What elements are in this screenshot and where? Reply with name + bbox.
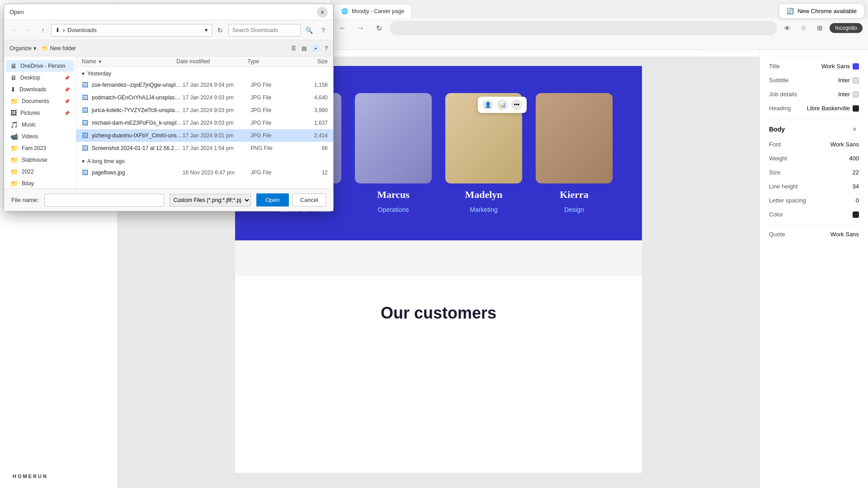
color-dot[interactable] [853,211,859,218]
title-value: Work Sans [821,63,859,70]
heading-color-dot[interactable] [853,105,859,112]
letter-spacing-row: Letter spacing 0 [769,197,859,204]
jpg-icon-6: 🖼 [82,169,88,176]
png-icon: 🖼 [82,145,88,152]
subtitle-color-dot[interactable] [853,77,859,84]
chrome-reload-btn[interactable]: ↻ [372,21,386,35]
new-folder-btn[interactable]: 📁 New folder [42,45,76,52]
right-panel: Background color Title Work Sans Subtitl… [760,32,868,488]
chrome-back-btn[interactable]: ← [335,21,350,35]
new-folder-icon: 📁 [42,45,48,52]
file-name-jurica: jurica-koletic-7YVZYZelTc8-unsplash.jpg [92,107,183,113]
sidebar-downloads[interactable]: ⬇ Downloads 📌 [6,84,74,95]
sidebar-bday[interactable]: 📁 Bday [6,178,74,188]
dialog-forward-btn[interactable]: → [22,24,35,37]
address-icon: ⬇ [55,27,60,33]
file-row-pageflows[interactable]: 🖼 pageflows.jpg 16 Nov 2023 6:47 pm JPG … [76,166,333,179]
kierra-img [536,93,613,183]
title-color-dot[interactable] [853,63,859,70]
dialog-up-btn[interactable]: ↑ [37,24,49,37]
bday-icon: 📁 [10,180,18,187]
file-name-zoe: zoe-fernandez--zqoE7jnQgw-unsplash.jpg [92,82,183,88]
file-row-yizheng[interactable]: 🖼 yizheng-duanmu-tXFbY_CimhI-unsplash.j.… [76,129,333,142]
address-text: › [63,27,65,33]
overlay-chart-icon[interactable]: 📊 [497,99,508,110]
group-arrow[interactable]: ▾ [82,70,85,77]
chrome-address-bar[interactable] [390,21,777,35]
view-toggle-btn[interactable]: ☰ [291,45,296,52]
subtitle-label: Subtitle [769,77,788,84]
overlay-user-icon[interactable]: 👤 [482,99,493,110]
file-name-podmatch: podmatch-GEnCnYhA1J4-unsplash.jpg [92,94,183,101]
view-tiles-btn[interactable]: ▪ [312,44,319,52]
file-type-screenshot: PNG File [250,145,296,151]
file-row-screenshot[interactable]: 🖼 Screenshot 2024-01-17 at 12.56.20 PM.p… [76,142,333,155]
videos-label: Videos [22,133,38,140]
address-dropdown[interactable]: ▾ [205,27,208,33]
chrome-eye-icon[interactable]: 👁 [781,22,793,34]
job-details-color-dot[interactable] [853,91,859,98]
chrome-tab-icon: 🌐 [341,8,348,14]
dialog-title: Open [9,9,313,15]
body-close-btn[interactable]: × [850,125,859,134]
col-size[interactable]: Size [295,58,328,65]
dialog-bottom-bar: File name: Custom Files (*.png;*.jfif;*.… [4,188,333,211]
dialog-search-btn[interactable]: 🔍 [302,24,315,37]
sidebar-desktop[interactable]: 🖥 Desktop 📌 [6,72,74,84]
dialog-close-button[interactable]: × [317,7,328,18]
sidebar-onedrive[interactable]: 🖥 OneDrive - Person [6,60,74,72]
sidebar-documents[interactable]: 📁 Documents 📌 [6,95,74,107]
color-row: Color [769,211,859,218]
team-card-madelyn: 👤 📊 ••• Madelyn Marketing [445,93,522,213]
sidebar-2022[interactable]: 📁 2022 [6,166,74,178]
dialog-open-btn[interactable]: Open [256,193,289,206]
dialog-search-input[interactable] [228,24,301,37]
file-row-podmatch[interactable]: 🖼 podmatch-GEnCnYhA1J4-unsplash.jpg 17 J… [76,91,333,104]
job-details-label: Job details [769,91,797,98]
view-help-btn[interactable]: ? [325,45,328,52]
sidebar-music[interactable]: 🎵 Music [6,119,74,131]
sidebar-fam2023[interactable]: 📁 Fam 2023 [6,142,74,154]
sidebar-slabhouse[interactable]: 📁 Slabhouse [6,154,74,166]
col-name[interactable]: Name ▼ [82,58,176,65]
line-height-label: Line height [769,183,798,190]
organize-btn[interactable]: Organize ▾ [9,45,36,52]
dialog-sidebar: 🖥 OneDrive - Person 🖥 Desktop 📌 ⬇ Downlo… [4,56,76,188]
downloads-icon: ⬇ [10,86,16,93]
dialog-action-buttons: Open Cancel [256,193,326,206]
dialog-back-btn[interactable]: ← [8,24,20,37]
line-height-value: 34 [853,183,859,190]
pictures-icon: 🖼 [10,109,17,117]
filename-input[interactable] [44,194,164,206]
chrome-forward-btn[interactable]: → [354,21,368,35]
dialog-help-btn[interactable]: ? [317,24,330,37]
col-type[interactable]: Type [247,58,295,65]
file-row-jurica[interactable]: 🖼 jurica-koletic-7YVZYZelTc8-unsplash.jp… [76,104,333,117]
sidebar-pictures[interactable]: 🖼 Pictures 📌 [6,107,74,119]
filetype-select[interactable]: Custom Files (*.png;*.jfif;*.pjpeg [170,194,251,206]
dialog-cancel-btn[interactable]: Cancel [292,193,326,206]
file-row-michael[interactable]: 🖼 michael-dam-mEZ3PoFGs_k-unsplash.jpg 1… [76,117,333,129]
jpg-icon-3: 🖼 [82,107,88,114]
dialog-refresh-btn[interactable]: ↻ [214,24,226,37]
title-row: Title Work Sans [769,63,859,70]
documents-pin: 📌 [64,99,70,104]
size-label: Size [769,169,780,176]
job-details-font: Inter [838,91,850,98]
col-date[interactable]: Date modified [176,58,247,65]
chrome-star-icon[interactable]: ☆ [797,22,810,34]
chrome-grid-icon[interactable]: ⊞ [813,22,826,34]
sidebar-videos[interactable]: 📹 Videos [6,131,74,142]
file-row-zoe[interactable]: 🖼 zoe-fernandez--zqoE7jnQgw-unsplash.jpg… [76,79,333,91]
marcus-photo [355,93,432,183]
kierra-photo[interactable] [536,93,613,183]
file-size-jurica: 3,980 [296,107,328,113]
group-arrow-2[interactable]: ▾ [82,158,85,164]
dialog-address-bar[interactable]: ⬇ › Downloads ▾ [51,24,212,37]
customers-title: Our customers [262,304,615,323]
chrome-tab[interactable]: 🌐 Moodjy - Career page [334,4,412,18]
2022-icon: 📁 [10,168,18,175]
chrome-notif[interactable]: 🔄 New Chrome available [779,4,864,19]
view-list-btn[interactable]: ▤ [302,45,307,52]
overlay-more-icon[interactable]: ••• [511,99,522,110]
